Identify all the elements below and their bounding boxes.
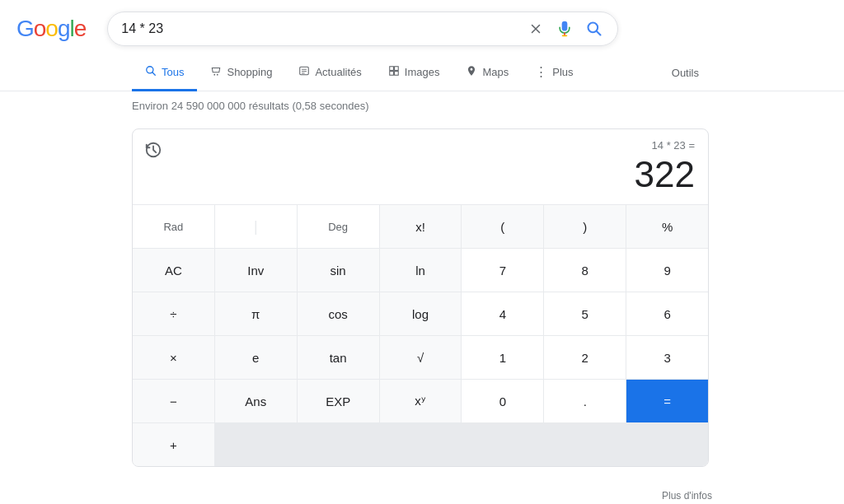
svg-rect-15: [394, 71, 398, 75]
calc-btn-Inv[interactable]: Inv: [215, 249, 297, 292]
calc-btn-1[interactable]: 1: [462, 336, 543, 379]
calc-btn-_: |: [215, 205, 297, 248]
calc-btn-_[interactable]: ×: [133, 336, 214, 379]
maps-icon: [466, 65, 477, 79]
calc-btn-_[interactable]: √: [380, 336, 462, 379]
calc-btn-AC[interactable]: AC: [133, 249, 214, 292]
tab-actualites[interactable]: Actualités: [285, 55, 374, 91]
voice-search-button[interactable]: [555, 19, 574, 39]
calc-btn-_[interactable]: ): [544, 205, 626, 248]
calc-btn-4[interactable]: 4: [462, 292, 543, 335]
tab-actualites-label: Actualités: [315, 66, 361, 78]
tab-plus-label: Plus: [552, 66, 573, 78]
calc-btn-Rad[interactable]: Rad: [133, 205, 214, 248]
tab-shopping[interactable]: Shopping: [197, 55, 285, 91]
calc-btn-0[interactable]: 0: [462, 380, 543, 422]
svg-rect-13: [394, 66, 398, 70]
search-bar: [107, 12, 618, 46]
calc-btn-_[interactable]: (: [462, 205, 543, 248]
search-submit-button[interactable]: [584, 19, 604, 39]
tab-images-label: Images: [405, 66, 440, 78]
calc-btn-6[interactable]: 6: [626, 292, 708, 335]
svg-line-5: [152, 72, 155, 75]
calc-btn-e[interactable]: e: [215, 336, 297, 379]
svg-line-3: [597, 31, 601, 35]
calc-btn-_[interactable]: −: [133, 380, 214, 422]
calc-btn-Deg[interactable]: Deg: [298, 205, 379, 248]
calc-btn-_[interactable]: =: [626, 380, 708, 422]
close-icon: [528, 21, 543, 36]
calc-btn-2[interactable]: 2: [544, 336, 626, 379]
svg-rect-12: [390, 66, 394, 70]
calc-btn-7[interactable]: 7: [462, 249, 543, 292]
more-info-link[interactable]: Plus d'infos: [662, 490, 712, 502]
calc-btn-cos[interactable]: cos: [298, 292, 379, 335]
clear-search-button[interactable]: [527, 20, 545, 38]
calc-btn-sin[interactable]: sin: [298, 249, 379, 292]
svg-point-7: [217, 73, 218, 75]
svg-rect-14: [390, 71, 394, 75]
tab-plus[interactable]: ⋮ Plus: [522, 54, 586, 91]
calc-btn-3[interactable]: 3: [626, 336, 708, 379]
calc-result: 322: [635, 155, 695, 194]
header: Google: [0, 0, 844, 54]
calc-btn-8[interactable]: 8: [544, 249, 626, 292]
calc-btn-ln[interactable]: ln: [380, 249, 462, 292]
more-dots-icon: ⋮: [535, 64, 547, 79]
calc-btn-9[interactable]: 9: [626, 249, 708, 292]
calc-btn-_[interactable]: +: [133, 423, 214, 466]
calc-btn-x_[interactable]: x!: [380, 205, 462, 248]
history-icon: [144, 141, 162, 159]
results-info: Environ 24 590 000 000 résultats (0,58 s…: [0, 91, 844, 120]
calc-btn-_[interactable]: %: [626, 205, 708, 248]
footer: Plus d'infos: [0, 483, 844, 504]
tab-images[interactable]: Images: [375, 55, 453, 91]
search-nav-icon: [145, 65, 157, 79]
search-icon: [586, 21, 603, 37]
svg-point-6: [214, 73, 216, 75]
tab-shopping-label: Shopping: [227, 66, 272, 78]
calc-btn-_[interactable]: .: [544, 380, 626, 422]
calc-buttons-grid: Rad|Degx!()%ACInvsinln789÷πcoslog456×eta…: [133, 205, 708, 466]
tab-tous[interactable]: Tous: [132, 55, 197, 91]
calc-btn-_[interactable]: ÷: [133, 292, 214, 335]
google-logo: Google: [16, 16, 86, 42]
news-icon: [298, 65, 310, 79]
calc-btn-tan[interactable]: tan: [298, 336, 379, 379]
tab-tous-label: Tous: [162, 66, 184, 78]
microphone-icon: [556, 21, 573, 37]
calc-btn-5[interactable]: 5: [544, 292, 626, 335]
calc-btn-EXP[interactable]: EXP: [298, 380, 379, 422]
tab-maps[interactable]: Maps: [452, 55, 522, 91]
calc-btn-log[interactable]: log: [380, 292, 462, 335]
nav-tabs: Tous Shopping Actualités Images Maps ⋮ P…: [0, 54, 844, 91]
calculator: 14 * 23 = 322 Rad|Degx!()%ACInvsinln789÷…: [132, 128, 709, 467]
calc-btn-Ans[interactable]: Ans: [215, 380, 297, 422]
calc-expression: 14 * 23 =: [652, 139, 695, 152]
images-icon: [388, 65, 400, 79]
search-icons: [527, 19, 604, 39]
calc-btn-x_[interactable]: xʸ: [380, 380, 462, 422]
tab-maps-label: Maps: [482, 66, 509, 78]
tools-button[interactable]: Outils: [659, 57, 712, 89]
search-input[interactable]: [121, 21, 518, 36]
calc-display: 14 * 23 = 322: [133, 129, 708, 205]
calc-btn-_[interactable]: π: [215, 292, 297, 335]
calc-history-button[interactable]: [144, 141, 162, 161]
shopping-icon: [210, 65, 222, 79]
results-count: Environ 24 590 000 000 résultats (0,58 s…: [132, 100, 369, 112]
